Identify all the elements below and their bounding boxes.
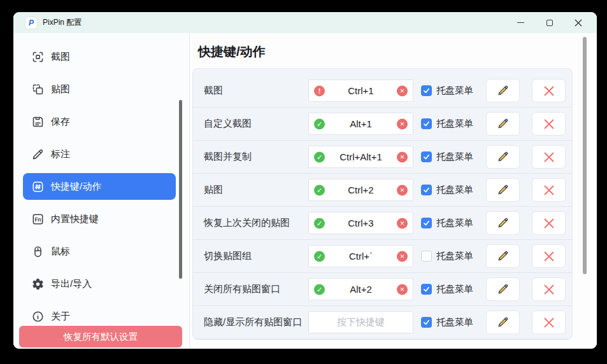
delete-hotkey-button[interactable] xyxy=(532,145,566,169)
sidebar-item-6[interactable]: Fn 内置快捷键 xyxy=(23,206,176,232)
action-label: 恢复上次关闭的贴图 xyxy=(204,217,308,229)
delete-x-icon xyxy=(543,151,555,163)
action-label: 隐藏/显示所有贴图窗口 xyxy=(204,316,308,328)
hotkey-input[interactable]: ✓ Ctrl+2 ✕ xyxy=(308,179,413,201)
delete-hotkey-button[interactable] xyxy=(532,311,566,334)
clear-hotkey-icon[interactable]: ✕ xyxy=(397,85,408,96)
hotkey-value: Ctrl+1 xyxy=(348,85,373,96)
clear-hotkey-icon[interactable]: ✕ xyxy=(397,251,408,262)
delete-x-icon xyxy=(543,218,555,229)
sidebar-item-7[interactable]: 鼠标 xyxy=(23,238,176,265)
tray-menu-checkbox[interactable] xyxy=(421,185,432,195)
tray-menu-checkbox[interactable] xyxy=(421,317,432,328)
svg-text:Fn: Fn xyxy=(34,216,41,222)
hotkey-row: 自定义截图 ✓ Alt+1 ✕ 托盘菜单 xyxy=(193,108,572,141)
hotkey-input[interactable]: 按下快捷键 xyxy=(308,311,413,333)
hotkey-input[interactable]: ✓ Ctrl+3 ✕ xyxy=(308,212,413,234)
maximize-button[interactable] xyxy=(535,12,564,33)
hotkey-input[interactable]: ✓ Ctrl+Alt+1 ✕ xyxy=(308,146,413,168)
sidebar-scrollbar-thumb[interactable] xyxy=(179,100,182,279)
tray-menu-checkbox[interactable] xyxy=(421,151,432,162)
tray-menu-checkbox[interactable] xyxy=(421,118,432,129)
main-content: 快捷键/动作 截图 ! Ctrl+1 ✕ 托盘菜单 自定义截图 xyxy=(190,33,597,349)
hotkey-panel: 截图 ! Ctrl+1 ✕ 托盘菜单 自定义截图 ✓ Alt+1 xyxy=(192,68,573,340)
status-icon: ✓ xyxy=(314,151,325,162)
delete-hotkey-button[interactable] xyxy=(532,211,566,235)
sidebar-item-1[interactable]: 截图 xyxy=(23,43,176,70)
edit-hotkey-button[interactable] xyxy=(486,79,520,102)
tray-menu-label: 托盘菜单 xyxy=(436,85,473,97)
clear-hotkey-icon[interactable]: ✕ xyxy=(397,118,408,129)
delete-hotkey-button[interactable] xyxy=(532,178,566,202)
edit-hotkey-button[interactable] xyxy=(486,211,520,235)
sidebar: 截图 贴图 保存 标注 快捷键/动作 Fn 内置快捷键 鼠标 导出/导入 关于 … xyxy=(13,33,190,349)
status-icon: ✓ xyxy=(314,284,325,295)
hotkey-row: 关闭所有贴图窗口 ✓ Alt+2 ✕ 托盘菜单 xyxy=(193,273,572,306)
status-icon: ✓ xyxy=(314,251,325,262)
edit-hotkey-button[interactable] xyxy=(486,277,520,301)
edit-hotkey-button[interactable] xyxy=(486,178,520,202)
action-label: 截图 xyxy=(204,85,308,97)
info-icon xyxy=(31,309,45,323)
sidebar-item-2[interactable]: 贴图 xyxy=(23,76,176,102)
save-icon xyxy=(31,115,45,129)
sidebar-item-label: 导出/导入 xyxy=(51,278,92,290)
page-title: 快捷键/动作 xyxy=(198,43,266,60)
hotkey-value: Alt+2 xyxy=(350,284,372,295)
hotkey-input[interactable]: ✓ Alt+1 ✕ xyxy=(308,113,413,135)
pixpin-logo-icon: P xyxy=(25,17,37,29)
clear-hotkey-icon[interactable]: ✕ xyxy=(397,185,408,195)
delete-x-icon xyxy=(543,317,555,328)
edit-hotkey-button[interactable] xyxy=(486,112,520,136)
edit-hotkey-button[interactable] xyxy=(486,145,520,169)
hotkey-value: Ctrl+` xyxy=(349,251,373,262)
hotkey-input[interactable]: ✓ Ctrl+` ✕ xyxy=(308,245,413,267)
window-controls xyxy=(506,12,597,33)
pencil-icon xyxy=(497,217,509,229)
edit-hotkey-button[interactable] xyxy=(486,244,520,268)
pencil-icon xyxy=(497,316,509,328)
fn-key-icon: Fn xyxy=(31,212,45,226)
sidebar-item-label: 标注 xyxy=(51,148,70,160)
minimize-button[interactable] xyxy=(506,12,535,33)
sidebar-item-8[interactable]: 导出/导入 xyxy=(23,270,176,297)
hotkey-row: 切换贴图组 ✓ Ctrl+` ✕ 托盘菜单 xyxy=(193,240,572,273)
pencil-icon xyxy=(497,118,509,130)
close-icon xyxy=(575,19,582,27)
hotkey-input[interactable]: ✓ Alt+2 ✕ xyxy=(308,278,413,300)
clear-hotkey-icon[interactable]: ✕ xyxy=(397,151,408,162)
hotkey-input[interactable]: ! Ctrl+1 ✕ xyxy=(308,80,413,102)
close-button[interactable] xyxy=(564,12,592,33)
clear-hotkey-icon[interactable]: ✕ xyxy=(397,218,408,228)
sidebar-item-4[interactable]: 标注 xyxy=(23,141,176,167)
delete-hotkey-button[interactable] xyxy=(532,244,566,268)
content-scrollbar-thumb[interactable] xyxy=(583,37,587,274)
tray-menu-checkbox[interactable] xyxy=(421,85,432,96)
delete-hotkey-button[interactable] xyxy=(532,277,566,301)
delete-x-icon xyxy=(543,185,555,196)
delete-hotkey-button[interactable] xyxy=(532,112,566,136)
delete-x-icon xyxy=(543,85,555,97)
tray-menu-checkbox[interactable] xyxy=(421,284,432,295)
sidebar-item-label: 快捷键/动作 xyxy=(51,181,101,193)
hotkey-row: 截图 ! Ctrl+1 ✕ 托盘菜单 xyxy=(193,74,572,108)
delete-hotkey-button[interactable] xyxy=(532,79,566,102)
tray-menu-label: 托盘菜单 xyxy=(436,217,473,229)
sidebar-item-5[interactable]: 快捷键/动作 xyxy=(23,173,176,200)
hotkey-value: 按下快捷键 xyxy=(337,316,385,328)
hotkey-row: 恢复上次关闭的贴图 ✓ Ctrl+3 ✕ 托盘菜单 xyxy=(193,207,572,240)
sidebar-item-3[interactable]: 保存 xyxy=(23,108,176,135)
status-icon: ! xyxy=(314,85,325,96)
pencil-icon xyxy=(497,283,509,295)
action-label: 截图并复制 xyxy=(204,151,308,163)
minimize-icon xyxy=(517,22,524,23)
tray-menu-checkbox[interactable] xyxy=(421,251,432,262)
tray-menu-label: 托盘菜单 xyxy=(436,316,473,328)
pencil-icon xyxy=(497,85,509,97)
mouse-icon xyxy=(31,244,45,258)
hotkey-value: Ctrl+Alt+1 xyxy=(339,151,382,162)
clear-hotkey-icon[interactable]: ✕ xyxy=(397,284,408,295)
restore-defaults-button[interactable]: 恢复所有默认设置 xyxy=(19,326,182,347)
edit-hotkey-button[interactable] xyxy=(486,311,520,334)
tray-menu-checkbox[interactable] xyxy=(421,218,432,228)
